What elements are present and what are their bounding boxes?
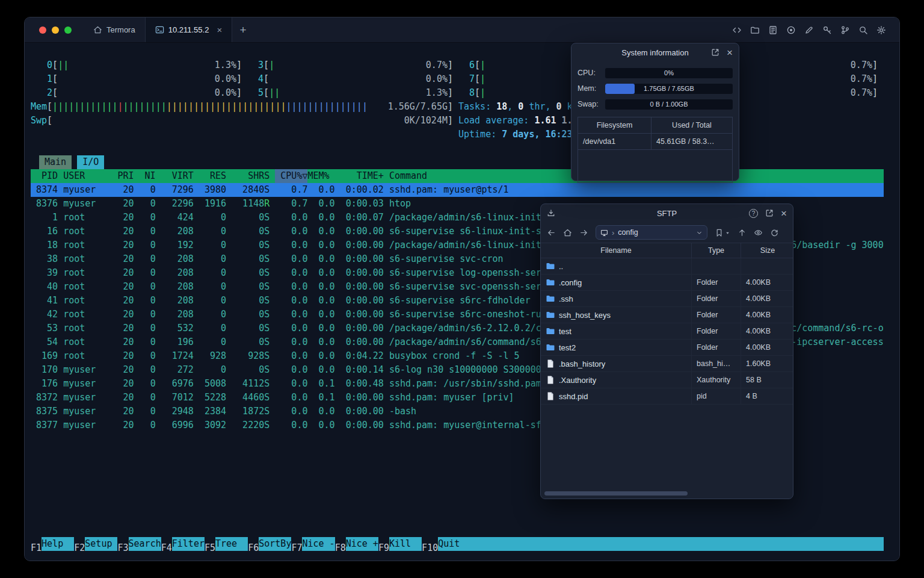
filesystem-row[interactable]: /dev/vda1 45.61GB / 58.3… (578, 134, 732, 150)
sftp-row[interactable]: testFolder4.00KB (541, 323, 793, 340)
horizontal-scrollbar[interactable] (543, 491, 790, 496)
bookmark-button[interactable] (715, 228, 730, 237)
column-header-cpu[interactable]: CPU%▽ (275, 169, 307, 183)
column-header-s[interactable]: S (264, 169, 275, 183)
pen-icon[interactable] (804, 25, 814, 35)
download-icon[interactable] (547, 209, 555, 217)
folder-icon (546, 343, 555, 352)
file-icon (546, 391, 555, 401)
sftp-row[interactable]: .configFolder4.00KB (541, 275, 793, 291)
sftp-row[interactable]: .bash_historybash_hi…1.60KB (541, 356, 793, 372)
sftp-row[interactable]: sshd.pidpid4 B (541, 388, 793, 405)
fnkey-F9[interactable]: F9Kill (378, 537, 422, 551)
branch-icon[interactable] (840, 25, 850, 35)
help-icon[interactable]: ? (749, 209, 758, 218)
fnkey-F2[interactable]: F2Setup (74, 537, 117, 551)
folder-icon (546, 294, 555, 303)
window-toolbar (732, 17, 899, 42)
key-icon[interactable] (822, 25, 832, 35)
sysinfo-body: CPU: 0% Mem: 1.75GB / 7.65GB Swap: 0 B /… (571, 61, 739, 183)
fnkey-F1[interactable]: F1Help (31, 537, 74, 551)
show-hidden-eye-icon[interactable] (754, 228, 763, 237)
home-icon (93, 25, 102, 34)
close-icon[interactable]: × (781, 208, 787, 219)
filesystem-name: /dev/vda1 (578, 134, 651, 149)
sftp-row[interactable]: .. (541, 258, 793, 275)
fnkey-F4[interactable]: F4Filter (161, 537, 205, 551)
filename-column-header[interactable]: Filename (541, 243, 692, 258)
cpu-meter-5: 5[||1.3%] (242, 86, 453, 100)
folder-icon (546, 326, 555, 336)
search-icon[interactable] (858, 25, 868, 35)
chevron-down-icon[interactable] (696, 229, 703, 236)
computer-icon (600, 229, 608, 237)
size-column-header[interactable]: Size (741, 243, 794, 258)
fnkey-F7[interactable]: F7Nice - (291, 537, 334, 551)
path-breadcrumb[interactable]: › config (596, 225, 707, 240)
minimize-window-button[interactable] (52, 26, 59, 34)
tab-ssh-session[interactable]: 10.211.55.2 × (145, 17, 232, 42)
close-tab-icon[interactable]: × (217, 25, 222, 34)
sftp-file-list: ...configFolder4.00KB.sshFolder4.00KBssh… (541, 258, 793, 405)
fnkey-F10[interactable]: F10Quit (422, 537, 470, 551)
mem-progress-bar: 1.75GB / 7.65GB (605, 84, 733, 94)
htop-header-meters: 0[||1.3%]3[|0.7%]1[0.0%]4[0.0%]2[0.0%]5[… (31, 58, 899, 141)
filesystem-usage: 45.61GB / 58.3… (651, 134, 732, 149)
column-header-time[interactable]: TIME+ (335, 169, 384, 183)
sysinfo-title: System information (598, 48, 712, 57)
close-window-button[interactable] (39, 26, 46, 34)
record-icon[interactable] (786, 25, 796, 35)
open-in-window-icon[interactable] (765, 209, 774, 217)
column-header-res[interactable]: RES (194, 169, 226, 183)
upload-icon[interactable] (738, 228, 747, 237)
sftp-row[interactable]: ssh_host_keysFolder4.00KB (541, 307, 793, 323)
sftp-row[interactable]: .XauthorityXauthority58 B (541, 372, 793, 388)
zoom-window-button[interactable] (64, 26, 72, 34)
column-header-ni[interactable]: NI (134, 169, 156, 183)
cpu-progress-bar: 0% (605, 68, 733, 78)
column-header-mem[interactable]: MEM% (307, 169, 334, 183)
back-icon[interactable] (547, 228, 556, 237)
column-header-shr[interactable]: SHR (226, 169, 264, 183)
sftp-titlebar: SFTP ? × (541, 204, 793, 222)
caret-down-icon (725, 230, 730, 235)
cpu-memory-meters-left: 0[||1.3%]3[|0.7%]1[0.0%]4[0.0%]2[0.0%]5[… (31, 58, 453, 141)
column-header-pid[interactable]: PID (31, 169, 58, 183)
fnkey-F8[interactable]: F8Nice + (335, 537, 378, 551)
screen-tab-main[interactable]: Main (39, 155, 72, 169)
folder-icon[interactable] (750, 25, 760, 35)
screen-tab-i-o[interactable]: I/O (77, 155, 104, 169)
process-row[interactable]: 8374myuser200729639802840S0.70.00:00.02s… (31, 183, 884, 197)
folder-icon (546, 278, 555, 287)
scrollbar-thumb[interactable] (544, 491, 688, 496)
code-icon[interactable] (732, 25, 742, 35)
current-directory: config (618, 228, 638, 237)
column-header-user[interactable]: USER (58, 169, 112, 183)
column-header-virt[interactable]: VIRT (156, 169, 194, 183)
sftp-row[interactable]: .sshFolder4.00KB (541, 291, 793, 307)
fnkey-F3[interactable]: F3Search (117, 537, 161, 551)
sftp-row[interactable]: test2Folder4.00KB (541, 340, 793, 356)
settings-icon[interactable] (876, 25, 886, 35)
home-icon[interactable] (563, 228, 572, 237)
cpu-progress-value: 0% (605, 68, 733, 78)
new-tab-button[interactable]: + (232, 17, 254, 42)
refresh-icon[interactable] (770, 228, 779, 237)
process-table-header[interactable]: PIDUSERPRINIVIRTRESSHRSCPU%▽MEM%TIME+Com… (31, 169, 884, 183)
fnkey-F6[interactable]: F6SortBy (248, 537, 291, 551)
close-icon[interactable]: × (727, 48, 733, 58)
open-in-window-icon[interactable] (711, 48, 719, 57)
used-total-column-header: Used / Total (651, 117, 732, 133)
tab-termora-home[interactable]: Termora (84, 17, 145, 42)
type-column-header[interactable]: Type (692, 243, 741, 258)
swap-progress-value: 0 B / 1.00GB (605, 99, 733, 110)
file-list-icon[interactable] (768, 25, 778, 35)
column-header-pri[interactable]: PRI (112, 169, 134, 183)
system-information-panel: System information × CPU: 0% Mem: 1.75GB… (571, 43, 739, 181)
cpu-meter-4: 4[0.0%] (242, 72, 453, 86)
fnkey-F5[interactable]: F5Tree (205, 537, 248, 551)
sftp-table-header[interactable]: Filename Type Size (541, 243, 793, 258)
forward-icon[interactable] (579, 228, 588, 237)
file-icon (546, 359, 555, 368)
cpu-meter-2: 2[0.0%] (31, 86, 242, 100)
